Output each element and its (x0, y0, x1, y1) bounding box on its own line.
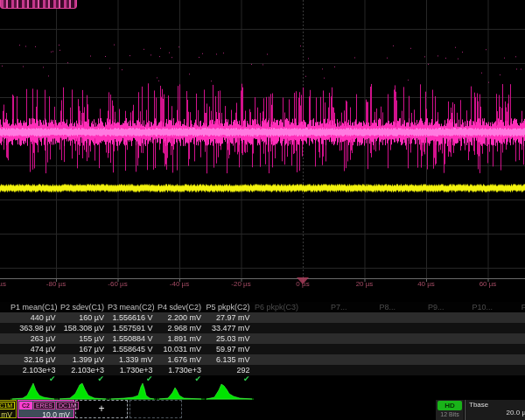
measure-param-header[interactable]: P11... (496, 302, 525, 312)
measure-cell (302, 323, 351, 333)
channel-c1-descriptor[interactable]: DC1M 10.0 mV (0, 400, 17, 418)
c1-coupling-badge: DC1M (0, 402, 15, 410)
measure-cell (448, 312, 497, 323)
measure-param-header[interactable]: P4 sdev(C2) (157, 302, 206, 312)
measure-cell: 292 (205, 365, 254, 375)
measure-row-num: 2.103e+32.103e+31.730e+31.730e+3292 (0, 365, 525, 375)
measure-cell (496, 312, 525, 323)
measure-cell: 440 µV (10, 312, 60, 323)
measure-cell: 1.730e+3 (108, 365, 157, 375)
measure-cell: 1.891 mV (157, 333, 206, 344)
measure-cell: 363.98 µV (10, 323, 60, 333)
measure-cell (254, 333, 303, 344)
measure-cell (302, 312, 351, 323)
measure-cell: 27.97 mV (205, 312, 254, 323)
measurement-table: P1 mean(C1)P2 sdev(C1)P3 mean(C2)P4 sdev… (0, 302, 525, 383)
hd-mode-panel: HD 12 Bits (436, 400, 464, 420)
measure-cell (302, 365, 351, 375)
time-axis-label: -40 µs (170, 280, 189, 288)
plus-icon: + (98, 402, 104, 415)
measure-cell: 2.200 mV (157, 312, 206, 323)
measure-param-header[interactable]: P7... (302, 302, 351, 312)
measure-param-header[interactable]: P5 pkpk(C2) (205, 302, 254, 312)
measure-cell (254, 354, 303, 365)
hd-bits-label: 12 Bits (436, 410, 464, 418)
measure-cell (496, 344, 525, 354)
measure-cell (351, 323, 400, 333)
measure-param-header[interactable]: P2 sdev(C1) (60, 302, 108, 312)
measure-cell: 1.730e+3 (157, 365, 206, 375)
histicon-P5[interactable] (206, 384, 254, 400)
measure-cell: 167 µV (60, 344, 108, 354)
c2-vertical-scale: 10.0 mV (18, 410, 74, 419)
histicon-P1[interactable] (10, 383, 59, 400)
measure-param-header[interactable]: P10... (448, 302, 497, 312)
measure-cell (496, 323, 525, 333)
measure-cell (302, 333, 351, 344)
histicon-P2[interactable] (60, 383, 108, 400)
timebase-descriptor[interactable]: Tbase 20.0 µs (465, 400, 525, 420)
histicon-P4[interactable] (157, 388, 205, 400)
measure-cell (399, 312, 448, 323)
measure-cell (254, 323, 303, 333)
add-new-trace-button[interactable]: + (75, 400, 128, 418)
descriptor-strip: DC1M 10.0 mV C2 ERES DC1M 10.0 mV + HD 1… (0, 400, 525, 420)
measure-row-min: 263 µV155 µV1.550884 V1.891 mV25.03 mV (0, 333, 525, 344)
measure-cell (399, 354, 448, 365)
measure-param-header[interactable]: P3 mean(C2) (108, 302, 157, 312)
measure-cell: 155 µV (60, 333, 108, 344)
hd-mode-button[interactable]: HD (438, 401, 462, 410)
time-axis: -100 µs-80 µs-60 µs-40 µs-20 µs0 µs20 µs… (0, 280, 525, 291)
time-axis-label: 60 µs (480, 280, 497, 288)
measure-row-sdev: 32.16 µV1.399 µV1.339 mV1.676 mV6.135 mV (0, 354, 525, 365)
c1-vertical-scale: 10.0 mV (0, 410, 16, 419)
measure-row-mean: 363.98 µV158.308 µV1.557591 V2.968 mV33.… (0, 323, 525, 333)
timebase-value: 20.0 µs (466, 409, 525, 416)
time-axis-label: -60 µs (108, 280, 127, 288)
measure-param-header[interactable]: P1 mean(C1) (10, 302, 60, 312)
histicon-P3[interactable] (108, 383, 156, 400)
measure-cell: 32.16 µV (10, 354, 60, 365)
c2-channel-badge: C2 (19, 402, 32, 410)
measure-cell (254, 312, 303, 323)
measure-cell (399, 333, 448, 344)
measure-cell (448, 354, 497, 365)
measure-cell: 1.339 mV (108, 354, 157, 365)
measure-param-header[interactable]: P9... (399, 302, 448, 312)
measure-cell (351, 365, 400, 375)
measure-row-max: 474 µV167 µV1.558645 V10.031 mV59.97 mV (0, 344, 525, 354)
measure-cell (254, 365, 303, 375)
measure-cell (254, 344, 303, 354)
measure-cell: 1.676 mV (157, 354, 206, 365)
measure-param-header[interactable]: P6 pkpk(C3) (254, 302, 303, 312)
measure-cell (351, 333, 400, 344)
timebase-label: Tbase (466, 400, 525, 409)
add-new-trace-slot[interactable] (130, 400, 182, 418)
measure-cell: 1.558645 V (108, 344, 157, 354)
measure-cell: 2.103e+3 (60, 365, 108, 375)
measure-cell: 1.399 µV (60, 354, 108, 365)
time-axis-label: 40 µs (417, 280, 435, 288)
measure-param-header[interactable]: P8... (351, 302, 400, 312)
measure-cell: 2.968 mV (157, 323, 206, 333)
measure-cell: 1.557591 V (108, 323, 157, 333)
measure-cell (351, 312, 400, 323)
parameter-histicons (0, 382, 525, 400)
measure-cell: 1.556616 V (108, 312, 157, 323)
time-axis-label: 20 µs (356, 280, 374, 288)
measure-cell: 25.03 mV (205, 333, 254, 344)
time-axis-label: -20 µs (231, 280, 250, 288)
measure-cell (351, 354, 400, 365)
measure-cell (448, 365, 497, 375)
measure-cell (448, 344, 497, 354)
time-axis-label: -80 µs (46, 280, 66, 288)
measure-cell (399, 365, 448, 375)
measure-cell (496, 333, 525, 344)
measure-cell: 2.103e+3 (10, 365, 60, 375)
trigger-position-marker[interactable] (297, 277, 309, 284)
channel-c2-descriptor[interactable]: C2 ERES DC1M 10.0 mV (18, 400, 74, 418)
measure-cell (351, 344, 400, 354)
measure-cell: 263 µV (10, 333, 60, 344)
clipped-annotation-fragment (0, 0, 77, 9)
measure-cell (448, 333, 497, 344)
